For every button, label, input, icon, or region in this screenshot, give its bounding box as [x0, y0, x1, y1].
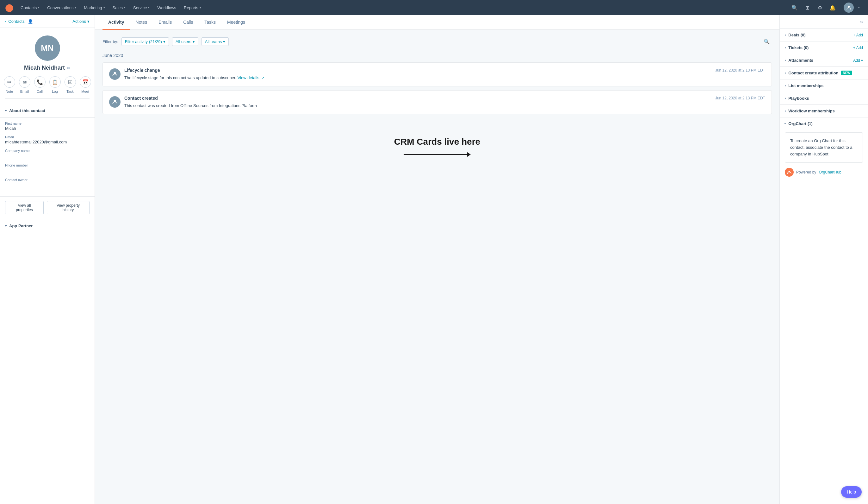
back-chevron: ‹ [5, 19, 6, 24]
actions-button[interactable]: Actions ▾ [72, 19, 90, 24]
nav-reports[interactable]: Reports ▾ [180, 3, 204, 12]
attachments-section: › Attachments Add ▾ [780, 54, 868, 67]
task-icon: ☑ [64, 76, 76, 88]
external-link-icon[interactable]: ↗ [261, 76, 265, 80]
edit-name-icon[interactable]: ✏ [67, 65, 71, 71]
filter-teams-button[interactable]: All teams ▾ [202, 37, 229, 46]
nav-service[interactable]: Service ▾ [130, 3, 153, 12]
workflow-memberships-header[interactable]: › Workflow memberships [780, 105, 868, 117]
about-chevron-icon: ▾ [5, 109, 7, 112]
orgchart-header[interactable]: › OrgChart (1) [780, 118, 868, 130]
activity-search-button[interactable]: 🔍 [762, 37, 772, 47]
conversations-chevron: ▾ [75, 6, 76, 9]
tab-tasks[interactable]: Tasks [199, 15, 221, 30]
settings-icon[interactable]: ⚙ [814, 2, 826, 13]
note-icon: ✏ [4, 76, 15, 88]
email-button[interactable]: ✉ Email [19, 76, 30, 93]
nav-sales[interactable]: Sales ▾ [110, 3, 129, 12]
workflow-chevron-icon: › [785, 109, 786, 113]
nav-conversations[interactable]: Conversations ▾ [44, 3, 80, 12]
filter-users-button[interactable]: All users ▾ [172, 37, 198, 46]
tab-activity[interactable]: Activity [103, 15, 130, 30]
contact-avatar-area: MN Micah Neidhart ✏ ✏ Note ✉ Email 📞 Cal… [0, 28, 95, 104]
filter-by-label: Filter by: [103, 39, 118, 44]
company-value[interactable] [5, 153, 90, 159]
user-menu[interactable]: ▾ [855, 4, 863, 11]
field-owner: Contact owner [5, 178, 90, 188]
field-email: Email micahtestemail22020@gmail.com [5, 135, 90, 144]
playbooks-header[interactable]: › Playbooks [780, 92, 868, 104]
deals-chevron-icon: › [785, 33, 786, 37]
email-icon: ✉ [19, 76, 30, 88]
tickets-section: › Tickets (0) + Add [780, 41, 868, 54]
view-details-link[interactable]: View details [238, 75, 259, 80]
user-avatar[interactable] [844, 2, 854, 13]
attribution-section: › Contact create attribution NEW [780, 67, 868, 80]
collapse-sidebar-button[interactable]: » [860, 19, 863, 25]
view-property-history-button[interactable]: View property history [47, 201, 90, 214]
right-sidebar: » › Deals (0) + Add › Tickets (0) + Add [779, 15, 868, 504]
view-all-properties-button[interactable]: View all properties [5, 201, 44, 214]
playbooks-chevron-icon: › [785, 97, 786, 100]
tab-notes[interactable]: Notes [130, 15, 153, 30]
app-partner-section[interactable]: ▾ App Partner [0, 219, 95, 233]
back-to-contacts[interactable]: ‹ Contacts 👤 [5, 19, 33, 24]
note-button[interactable]: ✏ Note [4, 76, 15, 93]
search-icon[interactable]: 🔍 [789, 2, 800, 13]
nav-workflows[interactable]: Workflows [154, 3, 179, 12]
tabs-bar: Activity Notes Emails Calls Tasks Meetin… [95, 15, 779, 30]
field-firstname: First name Micah [5, 122, 90, 131]
attribution-chevron-icon: › [785, 71, 786, 75]
firstname-value[interactable]: Micah [5, 126, 90, 131]
list-memberships-header[interactable]: › List memberships [780, 80, 868, 92]
hubspot-logo[interactable]: ⬤ [5, 3, 13, 12]
marketing-chevron: ▾ [103, 6, 105, 9]
notifications-icon[interactable]: 🔔 [827, 2, 838, 13]
attribution-section-header[interactable]: › Contact create attribution NEW [780, 67, 868, 79]
email-value[interactable]: micahtestemail22020@gmail.com [5, 140, 90, 144]
person-icon: 👤 [28, 19, 33, 24]
app-partner-chevron: ▾ [5, 224, 7, 228]
tab-meetings[interactable]: Meetings [221, 15, 251, 30]
nav-marketing[interactable]: Marketing ▾ [81, 3, 108, 12]
phone-value[interactable] [5, 168, 90, 173]
help-button[interactable]: Help [841, 486, 862, 498]
service-chevron: ▾ [148, 6, 149, 9]
tickets-title: Tickets (0) [788, 45, 808, 50]
tab-calls[interactable]: Calls [177, 15, 199, 30]
log-button[interactable]: 📋 Log [49, 76, 61, 93]
lifecycle-card-time: Jun 12, 2020 at 2:13 PM EDT [715, 68, 765, 72]
list-memberships-title: List memberships [788, 83, 824, 88]
deals-section-header[interactable]: › Deals (0) + Add [780, 29, 868, 41]
filter-activity-button[interactable]: Filter activity (21/29) ▾ [122, 37, 169, 46]
powered-by-text: Powered by [796, 170, 816, 174]
task-button[interactable]: ☑ Task [64, 76, 76, 93]
deals-section: › Deals (0) + Add [780, 29, 868, 41]
call-label: Call [37, 90, 43, 93]
about-fields: First name Micah Email micahtestemail220… [0, 118, 95, 196]
list-chevron-icon: › [785, 84, 786, 87]
lifecycle-card-content: Lifecycle change Jun 12, 2020 at 2:13 PM… [124, 68, 765, 81]
contact-avatar: MN [35, 36, 60, 61]
crm-arrow-line [404, 154, 467, 155]
contact-name-row: Micah Neidhart ✏ [24, 64, 71, 71]
call-button[interactable]: 📞 Call [34, 76, 45, 93]
crm-cards-placeholder: CRM Cards live here [103, 118, 772, 176]
marketplace-icon[interactable]: ⊞ [802, 2, 813, 13]
owner-value[interactable] [5, 182, 90, 188]
deals-add-button[interactable]: + Add [853, 33, 863, 37]
tab-emails[interactable]: Emails [153, 15, 177, 30]
svg-point-0 [848, 6, 850, 8]
attachments-add-button[interactable]: Add ▾ [853, 58, 863, 63]
meet-button[interactable]: 📅 Meet [80, 76, 91, 93]
orgcharthub-link[interactable]: OrgChartHub [819, 170, 841, 174]
about-section-header[interactable]: ▾ About this contact [0, 104, 95, 118]
attachments-section-header[interactable]: › Attachments Add ▾ [780, 54, 868, 67]
contact-created-avatar [109, 96, 121, 108]
new-badge: NEW [841, 71, 852, 75]
crm-arrow-head [467, 152, 471, 157]
tickets-add-button[interactable]: + Add [853, 46, 863, 50]
log-label: Log [52, 90, 58, 93]
nav-contacts[interactable]: Contacts ▾ [18, 3, 43, 12]
tickets-section-header[interactable]: › Tickets (0) + Add [780, 41, 868, 54]
